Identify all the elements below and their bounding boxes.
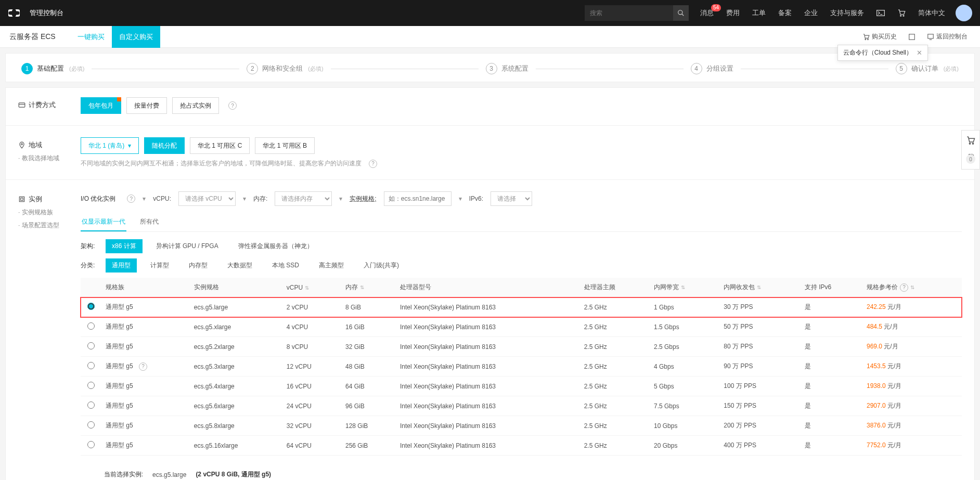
instance-scenario-link[interactable]: · 场景配置选型 — [18, 221, 59, 230]
svg-point-0 — [678, 10, 682, 15]
row-radio[interactable] — [87, 401, 95, 409]
cloud-shell-icon[interactable] — [870, 0, 891, 26]
svg-point-12 — [21, 144, 23, 145]
search-button[interactable] — [673, 5, 689, 21]
arch-x86[interactable]: x86 计算 — [106, 239, 143, 253]
cart-icon[interactable] — [891, 0, 912, 26]
zone-b[interactable]: 华北 1 可用区 B — [255, 137, 315, 154]
row-radio[interactable] — [87, 342, 95, 349]
step-2[interactable]: 2网络和安全组(必填) — [247, 63, 323, 74]
nav-ticket[interactable]: 工单 — [746, 0, 772, 26]
nav-support[interactable]: 支持与服务 — [824, 0, 870, 26]
tab-latest-gen[interactable]: 仅显示最新一代 — [81, 213, 126, 231]
sub-header: 云服务器 ECS 一键购买 自定义购买 购买历史 返回控制台 云命令行（Clou… — [0, 26, 980, 48]
table-row[interactable]: 通用型 g5ecs.g5.large2 vCPU8 GiBIntel Xeon(… — [81, 297, 962, 317]
row-radio[interactable] — [87, 322, 95, 330]
table-row[interactable]: 通用型 g5ecs.g5.8xlarge32 vCPU128 GiBIntel … — [81, 416, 962, 436]
purchase-history[interactable]: 购买历史 — [859, 32, 900, 41]
tab-quickbuy[interactable]: 一键购买 — [70, 26, 112, 48]
table-row[interactable]: 通用型 g5ecs.g5.2xlarge8 vCPU32 GiBIntel Xe… — [81, 337, 962, 357]
help-icon[interactable]: ? — [369, 160, 377, 168]
billing-subscription[interactable]: 包年包月 — [81, 97, 121, 114]
arch-baremetal[interactable]: 弹性裸金属服务器（神龙） — [232, 239, 319, 253]
row-radio[interactable] — [87, 382, 95, 389]
funnel-icon: ▾ — [339, 195, 342, 202]
nav-icp[interactable]: 备案 — [772, 0, 798, 26]
funnel-icon: ▾ — [459, 195, 462, 202]
memory-select[interactable]: 请选择内存 — [275, 191, 332, 206]
cat-memory[interactable]: 内存型 — [183, 258, 214, 273]
svg-rect-14 — [21, 198, 23, 201]
sort-icon[interactable]: ⇅ — [757, 284, 761, 290]
brand-logo-icon[interactable] — [8, 8, 20, 18]
billing-spot[interactable]: 抢占式实例 — [172, 97, 219, 114]
step-5[interactable]: 5确认订单(必填) — [896, 63, 959, 74]
top-bar: 管理控制台 消息54 费用 工单 备案 企业 支持与服务 简体中文 — [0, 0, 980, 26]
cart-count: 0 — [966, 154, 975, 164]
instance-family-link[interactable]: · 实例规格族 — [18, 208, 53, 217]
nav-enterprise[interactable]: 企业 — [798, 0, 824, 26]
wizard-steps: 1基础配置(必填) 2网络和安全组(必填) 3系统配置 4分组设置 5确认订单(… — [5, 53, 975, 82]
sort-icon[interactable]: ⇅ — [910, 284, 914, 290]
help-icon[interactable]: ? — [127, 194, 135, 203]
location-icon — [18, 141, 25, 149]
console-title: 管理控制台 — [30, 8, 63, 18]
sort-icon[interactable]: ⇅ — [360, 284, 364, 290]
tab-custombuy[interactable]: 自定义购买 — [112, 26, 160, 48]
row-billing: 计费方式 包年包月 按量付费 抢占式实例 ? — [18, 97, 962, 114]
cloudshell-tooltip: 云命令行（Cloud Shell） ✕ — [837, 45, 928, 61]
spec-input[interactable] — [384, 191, 452, 206]
user-avatar[interactable] — [956, 5, 972, 21]
nav-billing[interactable]: 费用 — [720, 0, 746, 26]
region-help-link[interactable]: · 教我选择地域 — [18, 154, 59, 163]
product-name: 云服务器 ECS — [9, 32, 56, 42]
row-instance: 实例 · 实例规格族 · 场景配置选型 I/O 优化实例? ▾vCPU: 请选择… — [18, 191, 962, 480]
table-row[interactable]: 通用型 g5ecs.g5.6xlarge24 vCPU96 GiBIntel X… — [81, 396, 962, 416]
return-console[interactable]: 返回控制台 — [924, 32, 971, 41]
funnel-icon: ▾ — [143, 195, 146, 202]
spec-filter-link[interactable]: 实例规格: — [350, 194, 376, 203]
cat-compute[interactable]: 计算型 — [144, 258, 175, 273]
help-icon[interactable]: ? — [228, 101, 237, 110]
row-radio[interactable] — [87, 441, 95, 448]
region-selected[interactable]: 华北 1 (青岛) ▾ — [81, 137, 139, 154]
step-3[interactable]: 3系统配置 — [486, 63, 528, 74]
cat-highfreq[interactable]: 高主频型 — [313, 258, 350, 273]
step-1[interactable]: 1基础配置(必填) — [21, 63, 84, 74]
step-4[interactable]: 4分组设置 — [691, 63, 733, 74]
arch-gpu[interactable]: 异构计算 GPU / FPGA — [150, 239, 225, 253]
svg-line-1 — [682, 14, 684, 16]
close-icon[interactable]: ✕ — [917, 49, 922, 57]
row-radio[interactable] — [87, 303, 95, 310]
zone-c[interactable]: 华北 1 可用区 C — [190, 137, 250, 154]
hidden-tool[interactable] — [905, 33, 919, 41]
side-cart[interactable]: 购物车 0 — [961, 130, 980, 170]
cat-ssd[interactable]: 本地 SSD — [266, 258, 305, 273]
table-row[interactable]: 通用型 g5 ?ecs.g5.3xlarge12 vCPU48 GiBIntel… — [81, 357, 962, 377]
svg-point-16 — [972, 143, 973, 144]
search-input[interactable] — [585, 9, 673, 17]
sort-icon[interactable]: ⇅ — [305, 285, 309, 291]
table-row[interactable]: 通用型 g5ecs.g5.xlarge4 vCPU16 GiBIntel Xeo… — [81, 317, 962, 337]
tab-all-gen[interactable]: 所有代 — [139, 213, 160, 231]
help-icon[interactable]: ? — [139, 362, 147, 371]
ipv6-select[interactable]: 请选择 — [491, 191, 532, 206]
zone-random[interactable]: 随机分配 — [144, 137, 185, 154]
cat-entry[interactable]: 入门级(共享) — [357, 258, 405, 273]
language-switch[interactable]: 简体中文 — [912, 0, 951, 26]
sort-icon[interactable]: ⇅ — [681, 284, 685, 290]
nav-messages[interactable]: 消息54 — [694, 0, 720, 26]
instance-icon — [18, 196, 25, 203]
billing-payg[interactable]: 按量付费 — [126, 97, 167, 114]
table-row[interactable]: 通用型 g5ecs.g5.4xlarge16 vCPU64 GiBIntel X… — [81, 377, 962, 396]
help-icon[interactable]: ? — [900, 283, 908, 292]
svg-rect-7 — [909, 34, 915, 40]
row-region: 地域 · 教我选择地域 华北 1 (青岛) ▾ 随机分配 华北 1 可用区 C … — [18, 137, 962, 168]
cat-bigdata[interactable]: 大数据型 — [221, 258, 259, 273]
vcpu-select[interactable]: 请选择 vCPU — [178, 191, 236, 206]
cat-general[interactable]: 通用型 — [106, 258, 137, 273]
table-row[interactable]: 通用型 g5ecs.g5.16xlarge64 vCPU256 GiBIntel… — [81, 436, 962, 456]
instance-table: 规格族 实例规格 vCPU⇅ 内存⇅ 处理器型号 处理器主频 内网带宽⇅ 内网收… — [81, 278, 962, 456]
row-radio[interactable] — [87, 362, 95, 369]
row-radio[interactable] — [87, 421, 95, 429]
